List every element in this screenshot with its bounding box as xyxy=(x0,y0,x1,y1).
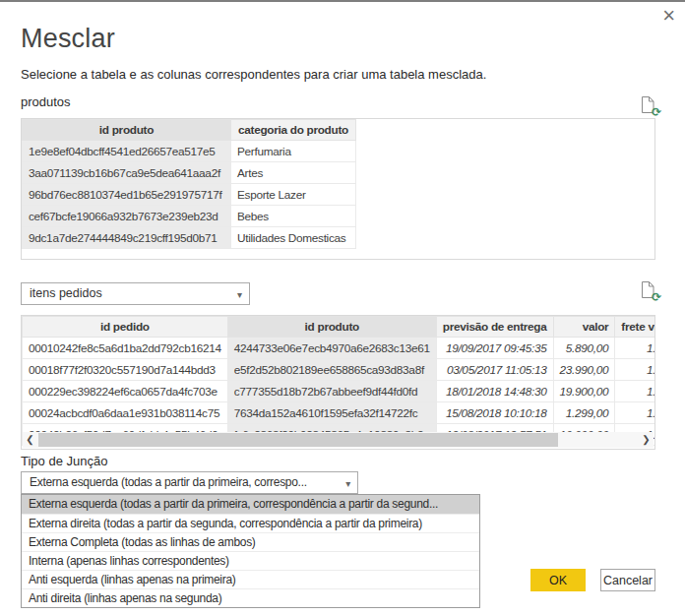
chevron-down-icon: ▾ xyxy=(237,284,242,305)
cell-frete[interactable]: 1.279 xyxy=(615,402,655,424)
table-row: 00018f77f2f0320c557190d7a144bdd3 e5f2d52… xyxy=(23,359,656,381)
column-header-id-produto[interactable]: id produto xyxy=(227,317,436,338)
cell-valor[interactable]: 5.890,00 xyxy=(553,338,615,359)
cell-categoria[interactable]: Utilidades Domesticas xyxy=(231,227,356,249)
table-row: 9dc1a7de274444849c219cff195d0b71 Utilida… xyxy=(23,227,356,249)
itens-preview-panel: id pedido id produto previsão de entrega… xyxy=(21,315,655,450)
cell-id-produto[interactable]: 3aa071139cb16b67ca9e5dea641aaa2f xyxy=(23,162,231,184)
column-header-previsao[interactable]: previsão de entrega xyxy=(436,317,553,338)
cell-id-produto[interactable]: 7634da152a4610f1595efa32f14722fc xyxy=(227,402,436,424)
horizontal-scrollbar[interactable]: ❮ ❯ xyxy=(23,432,654,448)
ok-button[interactable]: OK xyxy=(530,569,586,591)
dialog-title: Mesclar xyxy=(21,24,115,54)
produtos-preview-panel: id produto categoria do produto 1e9e8ef0… xyxy=(21,118,655,260)
second-table-select-value: itens pedidos xyxy=(30,286,102,300)
cell-categoria[interactable]: Artes xyxy=(231,162,356,184)
cell-id-produto[interactable]: e5f2d52b802189ee658865ca93d83a8f xyxy=(227,359,436,381)
table-row: 000229ec398224ef6ca0657da4fc703e c777355… xyxy=(23,381,656,402)
table-header-row: id produto categoria do produto xyxy=(23,120,356,141)
cell-id-produto[interactable]: cef67bcfe19066a932b7673e239eb23d xyxy=(23,206,231,227)
table-row: 00010242fe8c5a6d1ba2dd792cb16214 4244733… xyxy=(23,338,656,359)
refresh-icon: ⟳ xyxy=(652,106,661,118)
table-row: cef67bcfe19066a932b7673e239eb23d Bebes xyxy=(23,206,356,227)
cell-previsao[interactable]: 18/01/2018 14:48:30 xyxy=(436,381,553,402)
cell-id-pedido[interactable]: 00024acbcdf0a6daa1e931b038114c75 xyxy=(23,402,228,424)
produtos-table: id produto categoria do produto 1e9e8ef0… xyxy=(22,119,356,249)
join-option-externa-completa[interactable]: Externa Completa (todas as linhas de amb… xyxy=(22,532,479,551)
cell-frete[interactable]: 1.787 xyxy=(615,381,655,402)
column-header-categoria[interactable]: categoria do produto xyxy=(231,120,356,141)
table-row: 96bd76ec8810374ed1b65e291975717f Esporte… xyxy=(23,184,356,206)
join-kind-dropdown-list: Externa esquerda (todas a partir da prim… xyxy=(21,494,480,608)
second-table-select[interactable]: itens pedidos ▾ xyxy=(21,282,250,305)
cell-valor[interactable]: 1.299,00 xyxy=(553,402,615,424)
cell-id-produto[interactable]: 1e9e8ef04dbcff4541ed26657ea517e5 xyxy=(23,141,231,162)
cell-id-produto[interactable]: 9dc1a7de274444849c219cff195d0b71 xyxy=(23,227,231,249)
table-row: 3aa071139cb16b67ca9e5dea641aaa2f Artes xyxy=(23,162,356,184)
column-header-valor[interactable]: valor xyxy=(553,317,615,338)
produtos-table-label: produtos xyxy=(21,94,71,109)
join-option-externa-esquerda[interactable]: Externa esquerda (todas a partir da prim… xyxy=(22,495,479,514)
merge-dialog: { "dialog": { "title": "Mesclar", "subti… xyxy=(0,0,685,616)
close-icon[interactable]: × xyxy=(662,5,675,27)
cell-id-produto[interactable]: 4244733e06e7ecb4970a6e2683c13e61 xyxy=(227,338,436,359)
column-header-id-produto[interactable]: id produto xyxy=(23,120,231,141)
cell-frete[interactable]: 1.329 xyxy=(615,338,655,359)
scroll-right-icon[interactable]: ❯ xyxy=(639,432,654,448)
cell-valor[interactable]: 19.900,00 xyxy=(553,381,615,402)
cell-id-produto[interactable]: c777355d18b72b67abbeef9df44fd0fd xyxy=(227,381,436,402)
cell-categoria[interactable]: Esporte Lazer xyxy=(231,184,356,206)
cell-id-pedido[interactable]: 00018f77f2f0320c557190d7a144bdd3 xyxy=(23,359,228,381)
chevron-down-icon: ▾ xyxy=(345,473,350,494)
itens-table: id pedido id produto previsão de entrega… xyxy=(22,316,655,446)
join-option-anti-direita[interactable]: Anti direita (linhas apenas na segunda) xyxy=(22,588,479,607)
table-row: 00024acbcdf0a6daa1e931b038114c75 7634da1… xyxy=(23,402,656,424)
cell-id-produto[interactable]: 96bd76ec8810374ed1b65e291975717f xyxy=(23,184,231,206)
scroll-left-icon[interactable]: ❮ xyxy=(23,432,37,448)
cancel-button[interactable]: Cancelar xyxy=(600,569,655,591)
cell-id-pedido[interactable]: 00010242fe8c5a6d1ba2dd792cb16214 xyxy=(23,338,228,359)
refresh-preview-icon[interactable]: ⟳ xyxy=(641,280,658,300)
cell-id-pedido[interactable]: 000229ec398224ef6ca0657da4fc703e xyxy=(23,381,228,402)
cell-previsao[interactable]: 03/05/2017 11:05:13 xyxy=(436,359,553,381)
table-row: 1e9e8ef04dbcff4541ed26657ea517e5 Perfuma… xyxy=(23,141,356,162)
cell-frete[interactable]: 1.993 xyxy=(615,359,655,381)
join-kind-select[interactable]: Externa esquerda (todas a partir da prim… xyxy=(21,471,358,494)
table-header-row: id pedido id produto previsão de entrega… xyxy=(23,317,656,338)
join-kind-label: Tipo de Junção xyxy=(21,454,107,468)
cell-previsao[interactable]: 19/09/2017 09:45:35 xyxy=(436,338,553,359)
column-header-frete[interactable]: frete valor xyxy=(615,317,655,338)
scrollbar-thumb[interactable] xyxy=(38,433,558,447)
column-header-id-pedido[interactable]: id pedido xyxy=(23,317,228,338)
cell-valor[interactable]: 23.990,00 xyxy=(553,359,615,381)
join-option-interna[interactable]: Interna (apenas linhas correspondentes) xyxy=(22,551,479,570)
join-option-anti-esquerda[interactable]: Anti esquerda (linhas apenas na primeira… xyxy=(22,570,479,588)
cell-previsao[interactable]: 15/08/2018 10:10:18 xyxy=(436,402,553,424)
cell-categoria[interactable]: Perfumaria xyxy=(231,141,356,162)
dialog-subtitle: Selecione a tabela e as colunas correspo… xyxy=(21,67,486,82)
refresh-preview-icon[interactable]: ⟳ xyxy=(641,95,658,115)
join-kind-select-value: Externa esquerda (todas a partir da prim… xyxy=(30,475,307,489)
join-option-externa-direita[interactable]: Externa direita (todas a partir da segun… xyxy=(22,514,479,532)
refresh-icon: ⟳ xyxy=(652,291,661,303)
cell-categoria[interactable]: Bebes xyxy=(231,206,356,227)
